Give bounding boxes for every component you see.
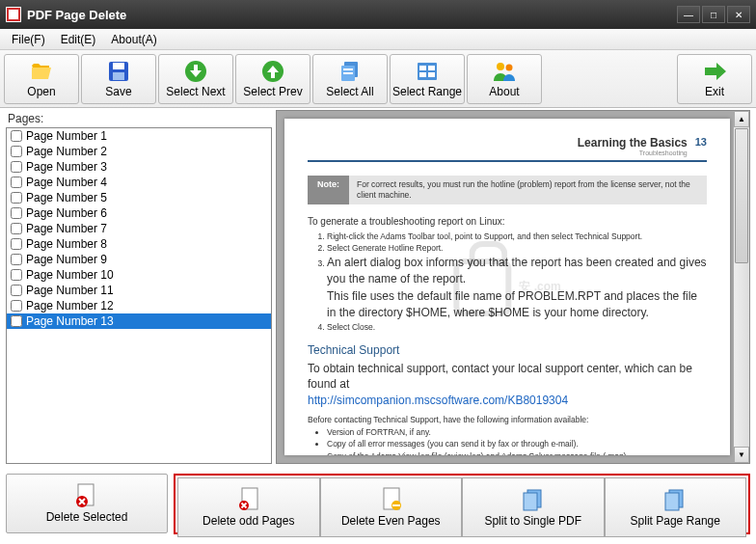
page-checkbox[interactable] bbox=[11, 177, 22, 188]
svg-rect-9 bbox=[418, 63, 437, 80]
preview-header: Learning the Basics Troubleshooting 13 bbox=[308, 136, 707, 162]
select-prev-label: Select Prev bbox=[243, 85, 302, 98]
note-box: Note: For correct results, you must run … bbox=[308, 176, 707, 204]
tech-p2: Before contacting Technical Support, hav… bbox=[308, 415, 707, 424]
select-range-label: Select Range bbox=[392, 85, 462, 98]
grid-icon bbox=[416, 60, 439, 83]
stack-icon bbox=[338, 60, 362, 83]
bullet-3: Copy of the Adams View log file (aview.l… bbox=[327, 450, 707, 455]
page-item[interactable]: Page Number 4 bbox=[7, 175, 271, 190]
open-button[interactable]: Open bbox=[4, 54, 79, 104]
minimize-button[interactable]: — bbox=[677, 6, 700, 23]
page-item[interactable]: Page Number 9 bbox=[7, 252, 271, 267]
bullet-1: Version of FORTRAN, if any. bbox=[327, 426, 707, 438]
gen-report-title: To generate a troubleshooting report on … bbox=[308, 216, 707, 227]
pages-list[interactable]: Page Number 1Page Number 2Page Number 3P… bbox=[6, 127, 272, 464]
page-checkbox[interactable] bbox=[11, 223, 22, 234]
page-item[interactable]: Page Number 2 bbox=[7, 144, 271, 159]
page-checkbox[interactable] bbox=[11, 254, 22, 265]
about-label: About bbox=[489, 85, 519, 98]
tech-link[interactable]: http://simcompanion.mscsoftware.com/KB80… bbox=[308, 394, 568, 407]
page-item[interactable]: Page Number 8 bbox=[7, 236, 271, 252]
page-item[interactable]: Page Number 6 bbox=[7, 205, 271, 221]
page-item[interactable]: Page Number 12 bbox=[7, 298, 271, 313]
select-next-label: Select Next bbox=[166, 85, 225, 98]
svg-rect-22 bbox=[392, 504, 400, 506]
page-item[interactable]: Page Number 10 bbox=[7, 267, 271, 283]
close-button[interactable]: ✕ bbox=[727, 6, 750, 23]
svg-rect-11 bbox=[428, 66, 435, 70]
svg-rect-24 bbox=[524, 493, 537, 510]
page-checkbox[interactable] bbox=[11, 238, 22, 250]
page-item-label: Page Number 10 bbox=[26, 268, 114, 282]
select-prev-button[interactable]: Select Prev bbox=[235, 54, 310, 104]
window-controls: — □ ✕ bbox=[677, 6, 750, 23]
scroll-down-button[interactable]: ▼ bbox=[734, 447, 749, 463]
action-group: Delete odd Pages Delete Even Pages Split… bbox=[174, 474, 750, 534]
tech-bullets: Version of FORTRAN, if any. Copy of all … bbox=[308, 426, 707, 455]
gen-report-steps: Right-click the Adams Toolbar tool, poin… bbox=[308, 231, 707, 334]
svg-rect-10 bbox=[419, 66, 426, 70]
menu-file[interactable]: File(F) bbox=[4, 31, 53, 48]
page-item[interactable]: Page Number 7 bbox=[7, 221, 271, 236]
preview-page-number: 13 bbox=[688, 136, 707, 156]
page-item[interactable]: Page Number 11 bbox=[7, 283, 271, 298]
about-button[interactable]: About bbox=[467, 54, 542, 104]
toolbar: Open Save Select Next Select Prev Select… bbox=[0, 50, 756, 108]
exit-button[interactable]: Exit bbox=[677, 54, 752, 104]
select-range-button[interactable]: Select Range bbox=[390, 54, 465, 104]
page-item-label: Page Number 6 bbox=[26, 206, 107, 220]
page-item-label: Page Number 12 bbox=[26, 299, 114, 313]
page-item[interactable]: Page Number 13 bbox=[7, 313, 271, 329]
page-even-delete-icon bbox=[377, 487, 404, 512]
page-checkbox[interactable] bbox=[11, 269, 22, 281]
menu-edit[interactable]: Edit(E) bbox=[53, 31, 104, 48]
page-checkbox[interactable] bbox=[11, 285, 22, 296]
page-checkbox[interactable] bbox=[11, 161, 22, 173]
preview-scrollbar[interactable]: ▲ ▼ bbox=[733, 111, 749, 463]
svg-point-15 bbox=[506, 64, 513, 70]
split-range-button[interactable]: Split Page Range bbox=[605, 477, 747, 537]
arrow-right-icon bbox=[703, 60, 726, 83]
split-single-label: Split to Single PDF bbox=[484, 514, 581, 528]
svg-rect-7 bbox=[343, 68, 353, 70]
delete-selected-label: Delete Selected bbox=[46, 510, 128, 524]
svg-rect-1 bbox=[113, 63, 124, 69]
maximize-button[interactable]: □ bbox=[702, 6, 725, 23]
window-title: PDF Page Delete bbox=[27, 8, 126, 22]
page-checkbox[interactable] bbox=[11, 300, 22, 312]
page-item[interactable]: Page Number 1 bbox=[7, 128, 271, 144]
app-icon bbox=[6, 7, 21, 22]
pages-panel: Pages: Page Number 1Page Number 2Page Nu… bbox=[6, 110, 272, 464]
delete-selected-button[interactable]: Delete Selected bbox=[6, 474, 168, 533]
svg-rect-26 bbox=[665, 493, 679, 510]
svg-point-14 bbox=[497, 63, 504, 70]
page-checkbox[interactable] bbox=[11, 130, 22, 142]
note-text: For correct results, you must run the ho… bbox=[349, 176, 707, 204]
page-checkbox[interactable] bbox=[11, 146, 22, 157]
step-4: Select Close. bbox=[327, 321, 707, 333]
preview-header-title: Learning the Basics bbox=[578, 136, 688, 150]
delete-even-button[interactable]: Delete Even Pages bbox=[320, 477, 463, 537]
svg-rect-8 bbox=[343, 72, 353, 74]
menu-about[interactable]: About(A) bbox=[103, 31, 164, 48]
split-single-button[interactable]: Split to Single PDF bbox=[462, 477, 605, 537]
split-single-icon bbox=[520, 487, 547, 512]
preview-document: Learning the Basics Troubleshooting 13 N… bbox=[284, 119, 730, 455]
scroll-up-button[interactable]: ▲ bbox=[734, 111, 749, 127]
exit-label: Exit bbox=[705, 85, 724, 98]
page-checkbox[interactable] bbox=[11, 192, 22, 204]
page-item[interactable]: Page Number 5 bbox=[7, 190, 271, 205]
step-2: Select Generate Hotline Report. bbox=[327, 242, 707, 254]
bottom-bar: Delete Selected Delete odd Pages Delete … bbox=[0, 470, 756, 538]
page-delete-icon bbox=[73, 483, 100, 508]
page-checkbox[interactable] bbox=[11, 315, 22, 327]
select-next-button[interactable]: Select Next bbox=[158, 54, 233, 104]
page-checkbox[interactable] bbox=[11, 207, 22, 219]
save-icon bbox=[107, 60, 130, 83]
scroll-thumb[interactable] bbox=[735, 128, 748, 263]
delete-odd-button[interactable]: Delete odd Pages bbox=[177, 477, 320, 537]
save-button[interactable]: Save bbox=[81, 54, 156, 104]
page-item[interactable]: Page Number 3 bbox=[7, 159, 271, 175]
select-all-button[interactable]: Select All bbox=[312, 54, 388, 104]
